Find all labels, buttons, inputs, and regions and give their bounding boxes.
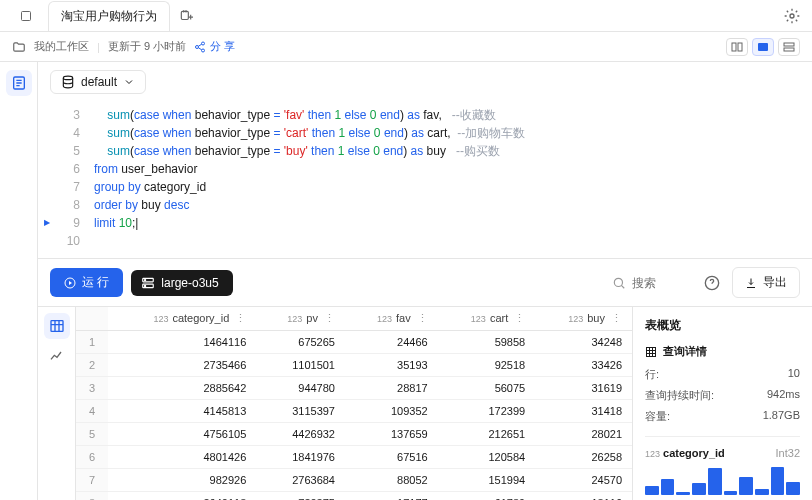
svg-point-16 (145, 279, 146, 280)
view-chart-icon[interactable] (44, 343, 70, 369)
table-row[interactable]: 227354661101501351939251833426 (76, 354, 632, 377)
svg-rect-21 (647, 347, 656, 356)
sql-editor[interactable]: 3 sum(case when behavior_type = 'fav' th… (38, 102, 812, 258)
cluster-select[interactable]: large-o3u5 (131, 270, 232, 296)
col-buy[interactable]: 123buy⋮ (535, 307, 632, 331)
table-row[interactable]: 82640118720375171776178918116 (76, 492, 632, 501)
svg-rect-0 (22, 11, 31, 20)
table-row[interactable]: 11464116675265244665985834248 (76, 331, 632, 354)
results-table[interactable]: 123category_id⋮123pv⋮123fav⋮123cart⋮123b… (76, 307, 632, 500)
table-row[interactable]: 798292627636848805215199424570 (76, 469, 632, 492)
svg-rect-20 (51, 321, 63, 332)
search-icon (612, 276, 626, 290)
col-fav[interactable]: 123fav⋮ (345, 307, 438, 331)
overview-panel: 表概览 查询详情 行:10 查询持续时间:942ms 容量:1.87GB 123… (632, 307, 812, 500)
sub-bar: 我的工作区 | 更新于 9 小时前 分 享 (0, 32, 812, 62)
overview-title: 表概览 (645, 317, 800, 334)
svg-rect-7 (738, 43, 742, 51)
col-cart[interactable]: 123cart⋮ (438, 307, 536, 331)
folder-icon (12, 40, 26, 54)
svg-point-18 (614, 278, 622, 286)
share-button[interactable]: 分 享 (194, 39, 235, 54)
workspace-label: 我的工作区 (34, 39, 89, 54)
svg-point-17 (145, 285, 146, 286)
export-button[interactable]: 导出 (732, 267, 800, 298)
layout-btn-3[interactable] (778, 38, 800, 56)
search-input[interactable] (612, 276, 692, 290)
table-row[interactable]: 6480142618419766751612058426258 (76, 446, 632, 469)
table-row[interactable]: 44145813311539710935217239931418 (76, 400, 632, 423)
new-tab-button[interactable] (174, 4, 198, 28)
svg-rect-1 (181, 11, 188, 19)
tab-bar: 淘宝用户购物行为 (0, 0, 812, 32)
table-row[interactable]: 32885642944780288175607531619 (76, 377, 632, 400)
help-icon[interactable] (700, 271, 724, 295)
svg-point-2 (790, 14, 794, 18)
col-pv[interactable]: 123pv⋮ (256, 307, 345, 331)
run-button[interactable]: 运 行 (50, 268, 123, 297)
svg-point-5 (202, 49, 205, 52)
col-category_id[interactable]: 123category_id⋮ (108, 307, 256, 331)
view-table-icon[interactable] (44, 313, 70, 339)
svg-rect-6 (732, 43, 736, 51)
layout-btn-2[interactable] (752, 38, 774, 56)
svg-point-4 (196, 45, 199, 48)
table-row[interactable]: 54756105442693213765921265128021 (76, 423, 632, 446)
rail-doc-icon[interactable] (6, 70, 32, 96)
layout-btn-1[interactable] (726, 38, 748, 56)
svg-point-3 (202, 42, 205, 45)
tab-empty[interactable] (8, 4, 44, 28)
svg-rect-8 (758, 43, 768, 51)
grid-icon (645, 346, 657, 358)
settings-icon[interactable] (780, 4, 804, 28)
tab-active[interactable]: 淘宝用户购物行为 (48, 1, 170, 31)
database-icon (61, 75, 75, 89)
svg-rect-9 (784, 43, 794, 46)
left-rail (0, 62, 38, 500)
svg-point-12 (63, 76, 72, 80)
datasource-select[interactable]: default (50, 70, 146, 94)
svg-rect-10 (784, 48, 794, 51)
chevron-down-icon (123, 76, 135, 88)
updated-label: 更新于 9 小时前 (108, 39, 186, 54)
